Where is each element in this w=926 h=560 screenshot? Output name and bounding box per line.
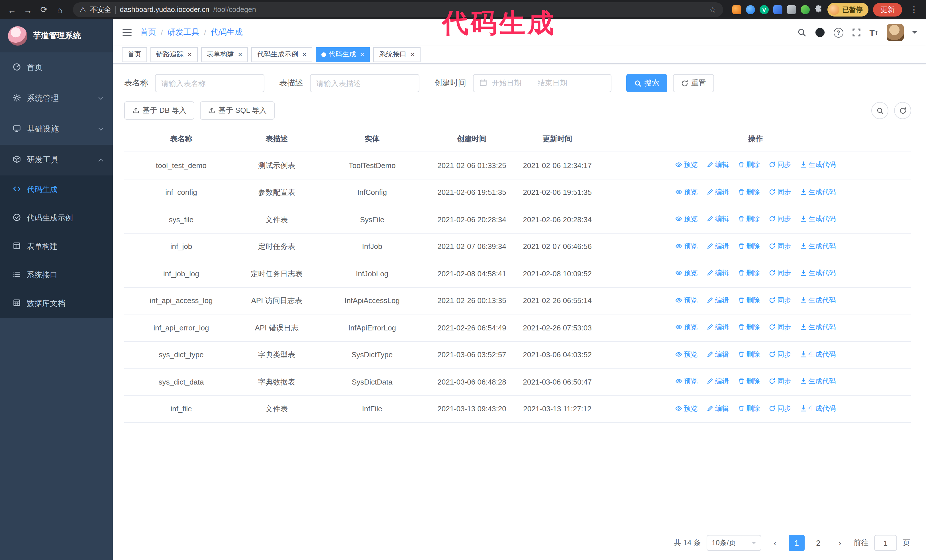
generate-code-link[interactable]: 生成代码	[800, 268, 836, 278]
import-db-button[interactable]: 基于 DB 导入	[124, 101, 195, 120]
edit-link[interactable]: 编辑	[707, 322, 729, 332]
generate-code-link[interactable]: 生成代码	[800, 376, 836, 386]
generate-code-link[interactable]: 生成代码	[800, 187, 836, 197]
sidebar-item-form-builder[interactable]: 表单构建	[0, 232, 113, 261]
sidebar-item-home[interactable]: 首页	[0, 53, 113, 83]
next-page-button[interactable]: ›	[832, 535, 848, 551]
preview-link[interactable]: 预览	[676, 295, 698, 305]
sidebar-item-codegen-example[interactable]: 代码生成示例	[0, 204, 113, 232]
search-button[interactable]: 搜索	[626, 74, 667, 92]
sync-link[interactable]: 同步	[769, 214, 791, 224]
delete-link[interactable]: 删除	[738, 376, 760, 386]
preview-link[interactable]: 预览	[676, 349, 698, 359]
app-logo[interactable]: 芋道管理系统	[0, 20, 113, 53]
tag[interactable]: 链路追踪 ×	[150, 47, 197, 62]
sidebar-toggle-icon[interactable]	[122, 28, 132, 37]
delete-link[interactable]: 删除	[738, 295, 760, 305]
breadcrumb-home[interactable]: 首页	[140, 27, 156, 38]
sidebar-item-infrastructure[interactable]: 基础设施	[0, 114, 113, 145]
preview-link[interactable]: 预览	[676, 322, 698, 332]
table-name-input[interactable]	[155, 74, 265, 92]
generate-code-link[interactable]: 生成代码	[800, 214, 836, 224]
sidebar-item-codegen[interactable]: 代码生成	[0, 175, 113, 204]
breadcrumb-devtools[interactable]: 研发工具	[168, 27, 200, 38]
edit-link[interactable]: 编辑	[707, 241, 729, 251]
fullscreen-icon[interactable]	[852, 28, 861, 37]
extension-icon-v[interactable]: V	[760, 5, 769, 14]
browser-update-button[interactable]: 更新	[873, 3, 902, 17]
profile-paused-badge[interactable]: 已暂停	[828, 3, 869, 17]
table-desc-input[interactable]	[310, 74, 419, 92]
sidebar-item-db-doc[interactable]: 数据库文档	[0, 290, 113, 318]
page-number-button[interactable]: 1	[789, 535, 805, 551]
edit-link[interactable]: 编辑	[707, 214, 729, 224]
create-time-range-picker[interactable]: 开始日期 - 结束日期	[473, 74, 611, 92]
tag-close-icon[interactable]: ×	[360, 51, 365, 58]
search-icon[interactable]	[797, 28, 806, 37]
forward-icon[interactable]: →	[21, 2, 35, 17]
sync-link[interactable]: 同步	[769, 376, 791, 386]
address-bar[interactable]: ⚠ 不安全 dashboard.yudao.iocoder.cn /tool/c…	[73, 2, 723, 17]
toggle-search-button[interactable]	[871, 102, 888, 119]
user-menu-caret-icon[interactable]	[912, 31, 917, 36]
browser-menu-icon[interactable]: ⋮	[906, 2, 921, 17]
generate-code-link[interactable]: 生成代码	[800, 403, 836, 413]
tag-close-icon[interactable]: ×	[410, 51, 415, 58]
preview-link[interactable]: 预览	[676, 160, 698, 170]
sync-link[interactable]: 同步	[769, 403, 791, 413]
generate-code-link[interactable]: 生成代码	[800, 241, 836, 251]
sync-link[interactable]: 同步	[769, 241, 791, 251]
preview-link[interactable]: 预览	[676, 268, 698, 278]
sidebar-item-system-api[interactable]: 系统接口	[0, 261, 113, 290]
extension-icon-green[interactable]	[800, 5, 810, 14]
tag[interactable]: 首页 ×	[122, 47, 147, 62]
delete-link[interactable]: 删除	[738, 241, 760, 251]
edit-link[interactable]: 编辑	[707, 295, 729, 305]
sync-link[interactable]: 同步	[769, 322, 791, 332]
sidebar-item-devtools[interactable]: 研发工具	[0, 145, 113, 175]
delete-link[interactable]: 删除	[738, 322, 760, 332]
sync-link[interactable]: 同步	[769, 160, 791, 170]
preview-link[interactable]: 预览	[676, 403, 698, 413]
tag-close-icon[interactable]: ×	[238, 51, 242, 58]
extension-icon-orange[interactable]	[732, 5, 741, 14]
edit-link[interactable]: 编辑	[707, 187, 729, 197]
delete-link[interactable]: 删除	[738, 349, 760, 359]
preview-link[interactable]: 预览	[676, 241, 698, 251]
user-avatar[interactable]	[887, 24, 904, 41]
extension-icon-people[interactable]	[773, 5, 782, 14]
extensions-puzzle-icon[interactable]	[814, 4, 823, 15]
edit-link[interactable]: 编辑	[707, 376, 729, 386]
reload-icon[interactable]: ⟳	[36, 2, 51, 17]
import-sql-button[interactable]: 基于 SQL 导入	[200, 101, 275, 120]
generate-code-link[interactable]: 生成代码	[800, 295, 836, 305]
edit-link[interactable]: 编辑	[707, 268, 729, 278]
tag[interactable]: 表单构建 ×	[201, 47, 248, 62]
edit-link[interactable]: 编辑	[707, 403, 729, 413]
tag[interactable]: 系统接口 ×	[374, 47, 421, 62]
edit-link[interactable]: 编辑	[707, 349, 729, 359]
goto-page-input[interactable]	[874, 535, 897, 551]
preview-link[interactable]: 预览	[676, 187, 698, 197]
delete-link[interactable]: 删除	[738, 160, 760, 170]
generate-code-link[interactable]: 生成代码	[800, 322, 836, 332]
back-icon[interactable]: ←	[5, 2, 20, 17]
tag-close-icon[interactable]: ×	[302, 51, 306, 58]
sync-link[interactable]: 同步	[769, 295, 791, 305]
github-icon[interactable]	[815, 27, 825, 38]
sync-link[interactable]: 同步	[769, 187, 791, 197]
sync-link[interactable]: 同步	[769, 268, 791, 278]
preview-link[interactable]: 预览	[676, 376, 698, 386]
edit-link[interactable]: 编辑	[707, 160, 729, 170]
font-size-icon[interactable]: TT	[869, 28, 878, 37]
prev-page-button[interactable]: ‹	[767, 535, 783, 551]
tag[interactable]: 代码生成 ×	[316, 47, 370, 62]
page-size-select[interactable]: 10条/页	[707, 535, 761, 551]
tag-close-icon[interactable]: ×	[188, 51, 192, 58]
sync-link[interactable]: 同步	[769, 349, 791, 359]
delete-link[interactable]: 删除	[738, 214, 760, 224]
extension-icon-gray[interactable]	[787, 5, 796, 14]
tag[interactable]: 代码生成示例 ×	[251, 47, 312, 62]
generate-code-link[interactable]: 生成代码	[800, 160, 836, 170]
home-icon[interactable]: ⌂	[53, 2, 67, 17]
